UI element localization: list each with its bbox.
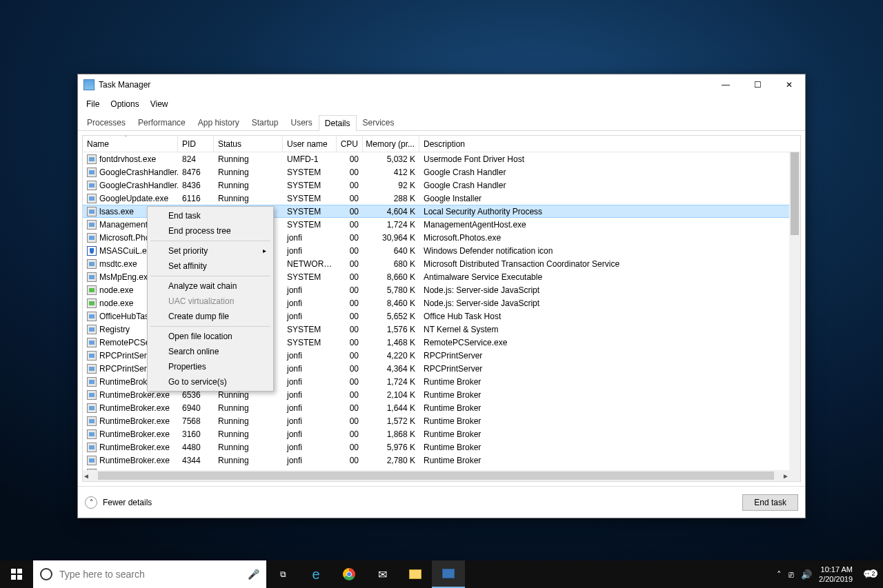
process-memory: 5,780 K [363,285,419,295]
process-memory: 2,780 K [363,456,419,465]
process-row[interactable]: GoogleCrashHandler...8476RunningSYSTEM00… [83,165,789,179]
process-memory: 4,604 K [363,207,419,216]
process-memory: 30,964 K [363,233,419,243]
process-cpu: 00 [337,351,363,361]
microphone-icon[interactable]: 🎤 [248,569,259,580]
process-icon [87,207,97,216]
tab-services[interactable]: Services [357,114,401,130]
task-manager-taskbar-icon[interactable] [432,560,465,588]
process-description: NT Kernel & System [419,325,789,334]
clock[interactable]: 10:17 AM 2/20/2019 [819,565,853,584]
col-name[interactable]: Name˄ [83,136,178,152]
process-icon [87,168,97,177]
process-icon [87,154,97,164]
svg-rect-1 [17,569,22,574]
process-description: Google Crash Handler [419,168,789,177]
task-view-button[interactable]: ⧉ [266,560,299,588]
col-cpu[interactable]: CPU [337,136,363,152]
tab-users[interactable]: Users [284,114,318,130]
process-icon [87,246,97,256]
menu-separator [150,326,270,327]
process-cpu: 00 [337,377,363,387]
action-center-icon[interactable]: 💬2 [860,569,876,579]
process-cpu: 00 [337,207,363,216]
tab-performance[interactable]: Performance [132,114,192,130]
menu-item-end-process-tree[interactable]: End process tree [149,223,272,239]
horizontal-scrollbar[interactable]: ◄► [83,470,789,481]
process-cpu: 00 [337,312,363,321]
menu-item-go-to-service-s-[interactable]: Go to service(s) [149,374,272,389]
scrollbar-thumb[interactable] [791,152,799,235]
menu-item-set-priority[interactable]: Set priority▸ [149,243,272,258]
tab-startup[interactable]: Startup [246,114,285,130]
menu-item-uac-virtualization: UAC virtualization [149,294,272,309]
maximize-button[interactable]: ☐ [742,74,773,95]
titlebar[interactable]: Task Manager — ☐ ✕ [78,74,805,95]
process-status: Running [214,181,283,190]
process-row[interactable]: GoogleCrashHandler...8436RunningSYSTEM00… [83,179,789,192]
process-description: Node.js: Server-side JavaScript [419,285,789,295]
start-button[interactable] [0,560,33,588]
tray-overflow-icon[interactable]: ˄ [777,569,782,580]
process-icon [87,351,97,361]
process-user: SYSTEM [283,181,337,190]
process-name: GoogleUpdate.exe [99,194,168,203]
process-icon [87,298,97,308]
vertical-scrollbar[interactable] [789,152,800,470]
process-user: jonfi [283,377,337,387]
fewer-details-button[interactable]: ˄ Fewer details [85,496,152,509]
process-row[interactable]: RuntimeBroker.exe7568Runningjonfi001,572… [83,414,789,427]
mail-icon[interactable]: ✉ [366,560,399,588]
menu-view[interactable]: View [145,97,174,111]
col-pid[interactable]: PID [178,136,214,152]
menu-item-properties[interactable]: Properties [149,359,272,374]
process-status: Running [214,416,283,426]
tab-details[interactable]: Details [319,115,357,131]
search-input[interactable] [59,569,241,580]
menu-item-search-online[interactable]: Search online [149,344,272,359]
menu-options[interactable]: Options [105,97,144,111]
process-description: Runtime Broker [419,429,789,439]
col-memory[interactable]: Memory (pr... [363,136,419,152]
footer: ˄ Fewer details End task [78,486,805,518]
process-name: lsass.exe [99,207,134,216]
process-icon [87,181,97,190]
process-row[interactable]: RuntimeBroker.exe6940Runningjonfi001,644… [83,401,789,414]
col-status[interactable]: Status [214,136,283,152]
menubar: File Options View [78,95,805,113]
process-row[interactable]: fontdrvhost.exe824RunningUMFD-1005,032 K… [83,152,789,165]
menu-file[interactable]: File [81,97,105,111]
cortana-icon [40,568,52,580]
process-icon [87,443,97,452]
process-user: jonfi [283,246,337,256]
process-user: jonfi [283,298,337,308]
process-row[interactable]: RuntimeBroker.exe4480Runningjonfi005,976… [83,440,789,454]
search-box[interactable]: 🎤 [33,560,266,588]
network-icon[interactable]: ⎚ [788,569,794,580]
menu-item-open-file-location[interactable]: Open file location [149,329,272,344]
col-description[interactable]: Description [419,136,800,152]
menu-item-end-task[interactable]: End task [149,208,272,223]
minimize-button[interactable]: — [710,74,742,95]
process-row[interactable]: GoogleUpdate.exe6116RunningSYSTEM00288 K… [83,192,789,205]
tab-app-history[interactable]: App history [192,114,246,130]
edge-icon[interactable]: e [299,560,333,588]
process-cpu: 00 [337,390,363,400]
process-row[interactable]: RuntimeBroker.exe3160Runningjonfi001,868… [83,427,789,440]
file-explorer-icon[interactable] [399,560,432,588]
close-button[interactable]: ✕ [773,74,805,95]
end-task-button[interactable]: End task [742,494,798,511]
menu-item-analyze-wait-chain[interactable]: Analyze wait chain [149,278,272,294]
menu-item-create-dump-file[interactable]: Create dump file [149,309,272,324]
process-status: Running [214,443,283,452]
chrome-icon[interactable] [333,560,366,588]
process-user: jonfi [283,285,337,295]
tab-processes[interactable]: Processes [81,114,132,130]
process-row[interactable]: RuntimeBroker.exe4344Runningjonfi002,780… [83,454,789,467]
menu-item-set-affinity[interactable]: Set affinity [149,258,272,274]
process-pid: 6116 [178,194,214,203]
notification-badge: 2 [869,569,877,578]
process-name: Registry [99,325,130,334]
volume-icon[interactable]: 🔊 [801,569,812,580]
col-user[interactable]: User name [283,136,337,152]
